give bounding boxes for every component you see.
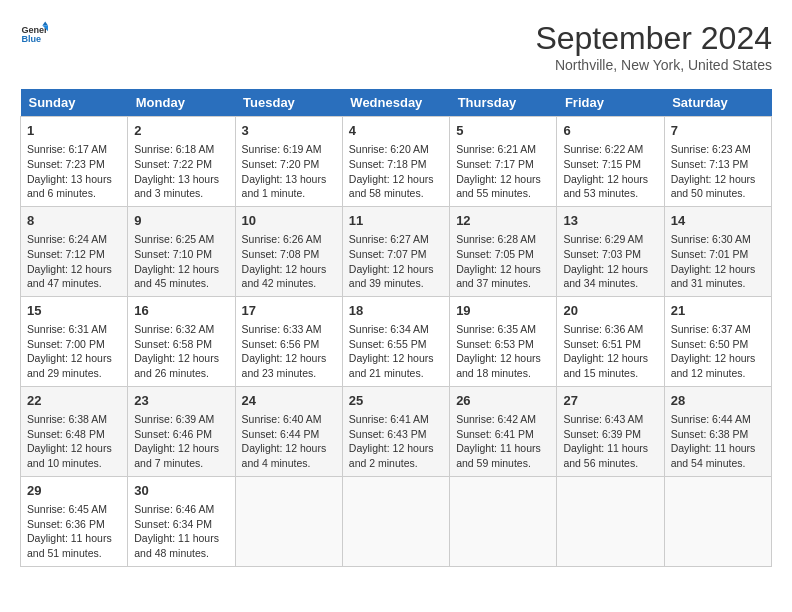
calendar-cell: 7Sunrise: 6:23 AMSunset: 7:13 PMDaylight… xyxy=(664,117,771,207)
day-info-line: Sunrise: 6:24 AM xyxy=(27,233,107,245)
day-info-line: Sunset: 6:36 PM xyxy=(27,518,105,530)
calendar-cell: 15Sunrise: 6:31 AMSunset: 7:00 PMDayligh… xyxy=(21,296,128,386)
day-info-line: and 3 minutes. xyxy=(134,187,203,199)
day-info-line: and 54 minutes. xyxy=(671,457,746,469)
day-info-line: Sunset: 6:46 PM xyxy=(134,428,212,440)
page-header: General Blue September 2024 Northville, … xyxy=(20,20,772,73)
day-info-line: Daylight: 12 hours xyxy=(349,352,434,364)
day-info-line: and 10 minutes. xyxy=(27,457,102,469)
day-number: 30 xyxy=(134,482,228,500)
calendar-cell xyxy=(342,476,449,566)
day-info-line: Sunset: 6:48 PM xyxy=(27,428,105,440)
day-number: 17 xyxy=(242,302,336,320)
day-info-line: and 47 minutes. xyxy=(27,277,102,289)
day-info-line: Sunrise: 6:20 AM xyxy=(349,143,429,155)
day-number: 27 xyxy=(563,392,657,410)
day-info-line: and 50 minutes. xyxy=(671,187,746,199)
day-info-line: and 58 minutes. xyxy=(349,187,424,199)
day-number: 5 xyxy=(456,122,550,140)
calendar-row: 8Sunrise: 6:24 AMSunset: 7:12 PMDaylight… xyxy=(21,206,772,296)
day-info-line: and 34 minutes. xyxy=(563,277,638,289)
day-info-line: Sunset: 6:50 PM xyxy=(671,338,749,350)
day-info-line: Sunset: 6:51 PM xyxy=(563,338,641,350)
day-number: 7 xyxy=(671,122,765,140)
day-info-line: Sunset: 6:53 PM xyxy=(456,338,534,350)
day-info-line: and 37 minutes. xyxy=(456,277,531,289)
day-info-line: Sunrise: 6:27 AM xyxy=(349,233,429,245)
day-info-line: Sunset: 6:41 PM xyxy=(456,428,534,440)
calendar-cell: 4Sunrise: 6:20 AMSunset: 7:18 PMDaylight… xyxy=(342,117,449,207)
day-info-line: and 45 minutes. xyxy=(134,277,209,289)
day-info-line: Sunrise: 6:22 AM xyxy=(563,143,643,155)
day-number: 14 xyxy=(671,212,765,230)
day-info-line: Sunrise: 6:43 AM xyxy=(563,413,643,425)
calendar-cell xyxy=(664,476,771,566)
month-title: September 2024 xyxy=(535,20,772,57)
day-info-line: Daylight: 12 hours xyxy=(671,263,756,275)
day-info-line: and 39 minutes. xyxy=(349,277,424,289)
day-info-line: Sunrise: 6:18 AM xyxy=(134,143,214,155)
day-info-line: Sunrise: 6:38 AM xyxy=(27,413,107,425)
day-info-line: Daylight: 12 hours xyxy=(242,263,327,275)
day-info-line: Daylight: 12 hours xyxy=(563,173,648,185)
svg-marker-2 xyxy=(42,21,48,25)
calendar-row: 29Sunrise: 6:45 AMSunset: 6:36 PMDayligh… xyxy=(21,476,772,566)
calendar-row: 22Sunrise: 6:38 AMSunset: 6:48 PMDayligh… xyxy=(21,386,772,476)
day-info-line: and 29 minutes. xyxy=(27,367,102,379)
day-info-line: Daylight: 11 hours xyxy=(671,442,756,454)
day-number: 13 xyxy=(563,212,657,230)
calendar-cell: 8Sunrise: 6:24 AMSunset: 7:12 PMDaylight… xyxy=(21,206,128,296)
calendar-cell: 10Sunrise: 6:26 AMSunset: 7:08 PMDayligh… xyxy=(235,206,342,296)
day-info-line: Sunset: 7:15 PM xyxy=(563,158,641,170)
logo-icon: General Blue xyxy=(20,20,48,48)
day-number: 2 xyxy=(134,122,228,140)
col-tuesday: Tuesday xyxy=(235,89,342,117)
day-number: 9 xyxy=(134,212,228,230)
day-info-line: Sunset: 7:18 PM xyxy=(349,158,427,170)
day-number: 26 xyxy=(456,392,550,410)
day-info-line: Daylight: 12 hours xyxy=(456,352,541,364)
day-info-line: Sunset: 7:10 PM xyxy=(134,248,212,260)
day-number: 23 xyxy=(134,392,228,410)
calendar-cell: 16Sunrise: 6:32 AMSunset: 6:58 PMDayligh… xyxy=(128,296,235,386)
day-info-line: Daylight: 13 hours xyxy=(27,173,112,185)
day-info-line: Daylight: 12 hours xyxy=(27,263,112,275)
col-saturday: Saturday xyxy=(664,89,771,117)
day-number: 22 xyxy=(27,392,121,410)
calendar-cell xyxy=(450,476,557,566)
day-info-line: Sunrise: 6:31 AM xyxy=(27,323,107,335)
day-info-line: Daylight: 12 hours xyxy=(671,352,756,364)
day-info-line: and 31 minutes. xyxy=(671,277,746,289)
calendar-cell: 21Sunrise: 6:37 AMSunset: 6:50 PMDayligh… xyxy=(664,296,771,386)
day-info-line: Daylight: 12 hours xyxy=(456,173,541,185)
calendar-cell xyxy=(235,476,342,566)
calendar-cell: 12Sunrise: 6:28 AMSunset: 7:05 PMDayligh… xyxy=(450,206,557,296)
calendar-cell: 13Sunrise: 6:29 AMSunset: 7:03 PMDayligh… xyxy=(557,206,664,296)
day-info-line: Sunrise: 6:21 AM xyxy=(456,143,536,155)
calendar-cell xyxy=(557,476,664,566)
calendar-cell: 18Sunrise: 6:34 AMSunset: 6:55 PMDayligh… xyxy=(342,296,449,386)
day-info-line: and 23 minutes. xyxy=(242,367,317,379)
day-number: 20 xyxy=(563,302,657,320)
title-section: September 2024 Northville, New York, Uni… xyxy=(535,20,772,73)
day-info-line: Sunrise: 6:42 AM xyxy=(456,413,536,425)
day-info-line: Sunrise: 6:25 AM xyxy=(134,233,214,245)
col-monday: Monday xyxy=(128,89,235,117)
day-info-line: Sunrise: 6:34 AM xyxy=(349,323,429,335)
day-number: 19 xyxy=(456,302,550,320)
day-info-line: Daylight: 11 hours xyxy=(134,532,219,544)
day-info-line: Sunrise: 6:37 AM xyxy=(671,323,751,335)
day-info-line: Daylight: 11 hours xyxy=(456,442,541,454)
day-info-line: Sunrise: 6:44 AM xyxy=(671,413,751,425)
svg-text:Blue: Blue xyxy=(21,34,41,44)
day-info-line: Daylight: 12 hours xyxy=(349,263,434,275)
calendar-cell: 14Sunrise: 6:30 AMSunset: 7:01 PMDayligh… xyxy=(664,206,771,296)
day-number: 28 xyxy=(671,392,765,410)
calendar-cell: 5Sunrise: 6:21 AMSunset: 7:17 PMDaylight… xyxy=(450,117,557,207)
day-info-line: and 12 minutes. xyxy=(671,367,746,379)
day-info-line: Sunset: 7:23 PM xyxy=(27,158,105,170)
day-info-line: Daylight: 12 hours xyxy=(349,442,434,454)
day-info-line: Sunset: 7:07 PM xyxy=(349,248,427,260)
calendar-cell: 22Sunrise: 6:38 AMSunset: 6:48 PMDayligh… xyxy=(21,386,128,476)
calendar-header-row: Sunday Monday Tuesday Wednesday Thursday… xyxy=(21,89,772,117)
